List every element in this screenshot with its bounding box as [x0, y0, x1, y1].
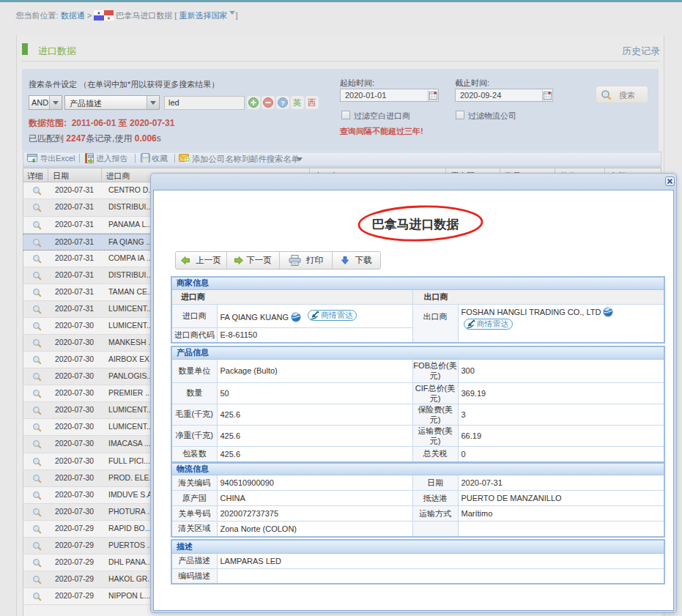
svg-text:?: ? [281, 100, 285, 107]
